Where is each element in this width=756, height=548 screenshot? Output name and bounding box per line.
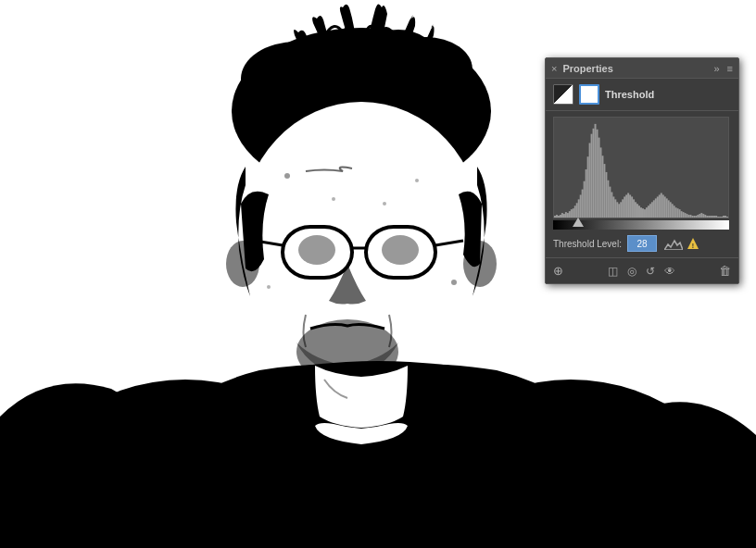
svg-rect-39 — [574, 206, 576, 218]
svg-rect-54 — [601, 156, 603, 218]
svg-rect-76 — [642, 208, 644, 218]
svg-rect-31 — [560, 215, 561, 218]
properties-panel: × Properties » ≡ Threshold — [545, 57, 739, 284]
eye-button[interactable]: 👁 — [662, 263, 677, 280]
warning-icon: ! — [687, 237, 699, 250]
svg-text:!: ! — [692, 243, 694, 249]
reset-button[interactable]: ↺ — [644, 263, 657, 280]
svg-rect-110 — [704, 215, 706, 218]
svg-rect-113 — [710, 216, 712, 218]
svg-rect-41 — [578, 199, 580, 218]
svg-rect-37 — [571, 209, 573, 218]
svg-rect-119 — [721, 217, 723, 218]
svg-rect-108 — [700, 213, 702, 218]
svg-rect-109 — [702, 214, 704, 218]
svg-rect-53 — [599, 147, 601, 218]
svg-rect-118 — [719, 217, 721, 218]
svg-rect-46 — [587, 156, 589, 218]
svg-rect-117 — [717, 217, 719, 218]
svg-rect-86 — [661, 193, 662, 218]
svg-rect-36 — [569, 211, 571, 218]
svg-rect-33 — [563, 214, 565, 218]
svg-point-24 — [451, 280, 457, 285]
threshold-slider-thumb[interactable] — [573, 218, 584, 227]
svg-point-21 — [284, 173, 290, 179]
svg-rect-79 — [648, 206, 649, 218]
layer-mask-thumbnail — [579, 84, 599, 105]
svg-rect-47 — [589, 143, 591, 218]
svg-rect-105 — [695, 216, 697, 218]
svg-rect-42 — [580, 194, 582, 218]
svg-rect-45 — [586, 169, 587, 218]
svg-rect-77 — [644, 209, 646, 218]
svg-rect-56 — [605, 172, 607, 218]
svg-rect-38 — [573, 208, 574, 218]
svg-rect-48 — [591, 134, 593, 218]
svg-rect-67 — [625, 194, 627, 218]
svg-rect-98 — [683, 212, 685, 218]
svg-rect-120 — [723, 216, 724, 218]
svg-rect-70 — [631, 196, 633, 218]
svg-rect-83 — [655, 198, 657, 218]
svg-rect-112 — [708, 216, 710, 218]
svg-rect-55 — [603, 164, 605, 218]
toolbar-right-group: 🗑 — [717, 262, 733, 280]
svg-rect-116 — [715, 216, 717, 218]
svg-rect-82 — [653, 200, 655, 218]
svg-rect-81 — [651, 202, 653, 218]
svg-point-23 — [267, 285, 271, 289]
svg-rect-29 — [556, 215, 558, 218]
svg-rect-97 — [681, 211, 683, 218]
histogram-svg — [554, 118, 728, 218]
svg-rect-64 — [620, 202, 622, 218]
svg-rect-115 — [713, 216, 715, 218]
svg-rect-122 — [726, 217, 728, 218]
svg-rect-95 — [677, 208, 679, 218]
svg-rect-30 — [558, 216, 560, 218]
svg-point-22 — [415, 179, 419, 182]
svg-rect-104 — [693, 216, 695, 218]
svg-rect-28 — [554, 216, 556, 218]
layer-name-label: Threshold — [605, 89, 654, 100]
svg-rect-40 — [576, 203, 578, 218]
slider-area[interactable] — [546, 220, 738, 230]
threshold-level-row: Threshold Level: ! — [546, 230, 738, 257]
svg-rect-114 — [712, 216, 713, 218]
svg-rect-85 — [659, 194, 661, 218]
threshold-level-input[interactable] — [627, 235, 657, 252]
delete-layer-button[interactable]: 🗑 — [717, 262, 733, 280]
panel-expand-icon[interactable]: » — [713, 63, 719, 74]
svg-rect-44 — [584, 181, 586, 218]
svg-rect-100 — [686, 214, 687, 218]
svg-rect-90 — [668, 200, 670, 218]
svg-rect-101 — [687, 215, 689, 218]
threshold-level-label: Threshold Level: — [553, 239, 622, 249]
threshold-icon-group: ! — [664, 237, 699, 250]
visibility-button[interactable]: ◎ — [625, 263, 638, 280]
svg-rect-103 — [691, 216, 693, 218]
svg-rect-92 — [672, 204, 674, 218]
svg-rect-75 — [640, 207, 642, 218]
panel-close-button[interactable]: × — [551, 63, 557, 74]
svg-rect-71 — [633, 199, 635, 218]
toolbar-left-group: ⊕ — [551, 262, 565, 280]
svg-rect-93 — [674, 206, 675, 218]
svg-rect-59 — [611, 193, 612, 218]
svg-rect-87 — [662, 194, 664, 218]
svg-rect-88 — [664, 196, 666, 218]
layer-thumbnail — [553, 84, 573, 105]
panel-title-left: × Properties — [551, 63, 613, 74]
svg-rect-73 — [636, 204, 638, 218]
threshold-slider-track[interactable] — [553, 220, 729, 230]
histogram-display — [553, 117, 729, 218]
svg-rect-63 — [618, 204, 620, 218]
svg-rect-49 — [593, 129, 595, 218]
histogram-view-icon[interactable] — [664, 237, 683, 250]
svg-rect-89 — [666, 198, 668, 218]
panel-menu-icon[interactable]: ≡ — [727, 63, 733, 74]
add-layer-button[interactable]: ⊕ — [551, 262, 565, 280]
svg-rect-66 — [624, 196, 625, 218]
svg-rect-96 — [679, 209, 681, 218]
svg-point-26 — [383, 202, 386, 206]
clip-layer-button[interactable]: ◫ — [606, 263, 620, 280]
